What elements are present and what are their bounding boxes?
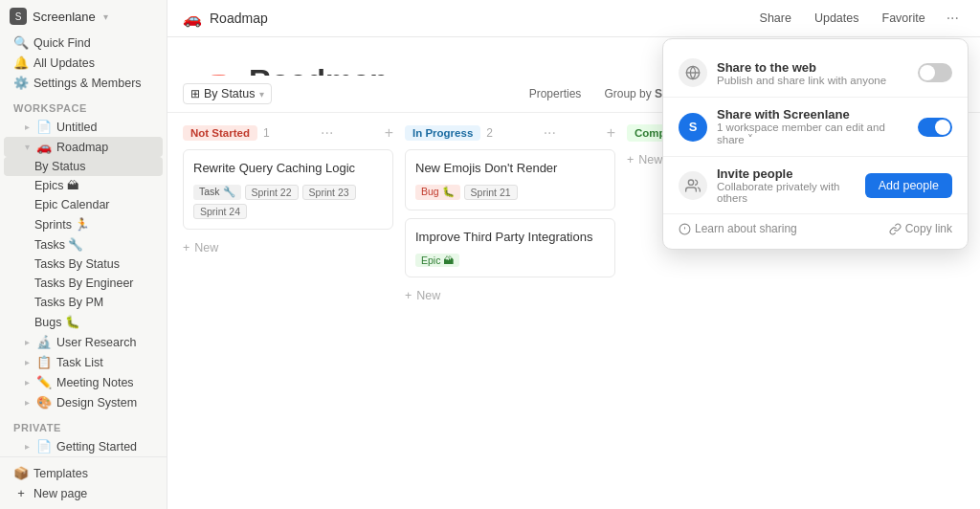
sidebar-item-new-page[interactable]: + New page [4, 483, 163, 503]
expand-icon: ▸ [25, 441, 30, 452]
favorite-button[interactable]: Favorite [875, 9, 933, 28]
tag-epic: Epic 🏔 [415, 254, 459, 267]
sidebar-item-epic-calendar[interactable]: Epic Calendar [4, 195, 163, 214]
tag-sprint-23: Sprint 23 [302, 185, 356, 200]
tag-bug: Bug 🐛 [415, 185, 460, 200]
page-icon: 📄 [36, 120, 52, 134]
in-progress-badge: In Progress [405, 125, 480, 141]
sidebar-item-user-research[interactable]: ▸ 🔬 User Research [4, 332, 163, 352]
in-progress-add-new[interactable]: + New [405, 285, 615, 306]
card-new-emojis[interactable]: New Emojis Don't Render Bug 🐛 Sprint 21 [405, 149, 615, 210]
sidebar-item-getting-started[interactable]: ▸ 📄 Getting Started [4, 436, 163, 456]
card-tags: Task 🔧 Sprint 22 Sprint 23 Sprint 24 [193, 185, 383, 219]
palette-icon: 🎨 [36, 395, 52, 409]
card-tags: Epic 🏔 [415, 254, 605, 267]
invite-people-text: Invite people Collaborate privately with… [717, 166, 856, 204]
column-in-progress: In Progress 2 ··· + New Emojis Don't Ren… [405, 124, 615, 306]
column-in-progress-header: In Progress 2 ··· + [405, 124, 615, 142]
plus-icon: + [183, 241, 189, 254]
updates-button[interactable]: Updates [807, 9, 867, 28]
chevron-down-icon: ▾ [259, 89, 264, 100]
list-icon: 📋 [36, 355, 52, 369]
sidebar-item-bugs[interactable]: Bugs 🐛 [4, 312, 163, 332]
share-with-screenlane-row: S Share with Screenlane 1 workspace memb… [663, 97, 968, 156]
column-not-started: Not Started 1 ··· + Rewrite Query Cachin… [183, 124, 393, 258]
expand-icon: ▸ [25, 397, 30, 408]
sidebar-item-design-system[interactable]: ▸ 🎨 Design System [4, 392, 163, 412]
not-started-count: 1 [263, 126, 270, 140]
card-tags: Bug 🐛 Sprint 21 [415, 185, 605, 200]
share-popup-footer: Learn about sharing Copy link [663, 214, 968, 239]
sidebar: S Screenlane ▾ 🔍 Quick Find 🔔 All Update… [0, 0, 167, 509]
in-progress-count: 2 [486, 126, 493, 140]
not-started-more[interactable]: ··· [321, 124, 333, 142]
sidebar-item-by-status[interactable]: By Status [4, 157, 163, 176]
card-improve-integrations[interactable]: Improve Third Party Integrations Epic 🏔 [405, 218, 615, 277]
share-to-web-subtitle: Publish and share link with anyone [717, 75, 908, 86]
not-started-add-new[interactable]: + New [183, 237, 393, 258]
invite-people-subtitle: Collaborate privately with others [717, 181, 856, 204]
sidebar-item-all-updates[interactable]: 🔔 All Updates [4, 53, 163, 73]
sidebar-item-tasks-by-pm[interactable]: Tasks By PM [4, 293, 163, 312]
in-progress-more[interactable]: ··· [544, 124, 556, 142]
expand-icon: ▸ [25, 357, 30, 367]
gear-icon: ⚙️ [13, 76, 29, 90]
sidebar-item-tasks[interactable]: Tasks 🔧 [4, 234, 163, 254]
app-name: Screenlane [33, 10, 96, 24]
add-people-button[interactable]: Add people [865, 173, 952, 198]
share-button[interactable]: Share [752, 9, 799, 28]
share-with-screenlane-subtitle: 1 workspace member can edit and share ˅ [717, 122, 908, 146]
sidebar-item-quick-find[interactable]: 🔍 Quick Find [4, 33, 163, 53]
sidebar-item-meeting-notes[interactable]: ▸ ✏️ Meeting Notes [4, 372, 163, 392]
share-with-screenlane-title: Share with Screenlane [717, 107, 908, 122]
card-title: New Emojis Don't Render [415, 160, 605, 177]
share-to-web-row: Share to the web Publish and share link … [663, 49, 968, 97]
properties-button[interactable]: Properties [523, 84, 589, 103]
share-popup: Share to the web Publish and share link … [662, 38, 969, 250]
app-logo: S [10, 8, 27, 25]
search-icon: 🔍 [13, 35, 29, 50]
share-to-web-toggle[interactable] [918, 63, 952, 82]
toggle-knob [935, 120, 950, 135]
not-started-add[interactable]: + [385, 124, 393, 142]
topbar-icon: 🚗 [183, 10, 202, 28]
not-started-badge: Not Started [183, 125, 257, 141]
expand-icon: ▸ [25, 377, 30, 387]
sidebar-item-settings[interactable]: ⚙️ Settings & Members [4, 73, 163, 93]
invite-people-title: Invite people [717, 166, 856, 181]
microscope-icon: 🔬 [36, 335, 52, 349]
pencil-icon: ✏️ [36, 375, 52, 389]
sidebar-item-untitled[interactable]: ▸ 📄 Untitled [4, 117, 163, 137]
view-selector[interactable]: ⊞ By Status ▾ [183, 83, 272, 104]
workspace-label: WORKSPACE [0, 93, 167, 117]
sidebar-item-tasks-by-status[interactable]: Tasks By Status [4, 254, 163, 274]
svg-point-2 [688, 180, 693, 185]
page-title-text: Roadmap [249, 63, 389, 77]
learn-about-sharing-link[interactable]: Learn about sharing [679, 222, 797, 235]
doc-icon: 📄 [36, 439, 52, 454]
share-with-screenlane-toggle[interactable] [918, 118, 952, 137]
sidebar-item-task-list[interactable]: ▸ 📋 Task List [4, 352, 163, 372]
in-progress-add[interactable]: + [607, 124, 615, 142]
share-to-web-title: Share to the web [717, 60, 908, 75]
copy-link-button[interactable]: Copy link [889, 222, 952, 235]
private-label: PRIVATE [0, 412, 167, 436]
sidebar-item-roadmap[interactable]: ▾ 🚗 Roadmap [4, 137, 163, 157]
more-button[interactable]: ··· [941, 8, 965, 29]
app-header[interactable]: S Screenlane ▾ [0, 0, 167, 33]
card-rewrite-query[interactable]: Rewrite Query Caching Logic Task 🔧 Sprin… [183, 149, 393, 230]
topbar-title: Roadmap [210, 11, 745, 26]
sidebar-item-templates[interactable]: 📦 Templates [4, 463, 163, 483]
sidebar-item-tasks-by-engineer[interactable]: Tasks By Engineer [4, 274, 163, 293]
car-icon: 🚗 [36, 140, 52, 154]
sidebar-bottom: 📦 Templates + New page [0, 456, 167, 509]
plus-icon: + [405, 289, 412, 302]
card-title: Improve Third Party Integrations [415, 229, 605, 246]
people-icon [679, 171, 707, 200]
sidebar-item-sprints[interactable]: Sprints 🏃 [4, 214, 163, 234]
expand-icon: ▸ [25, 337, 30, 347]
globe-icon [679, 58, 707, 87]
tag-task: Task 🔧 [193, 185, 241, 200]
grid-icon: ⊞ [190, 87, 200, 100]
sidebar-item-epics[interactable]: Epics 🏔 [4, 176, 163, 195]
